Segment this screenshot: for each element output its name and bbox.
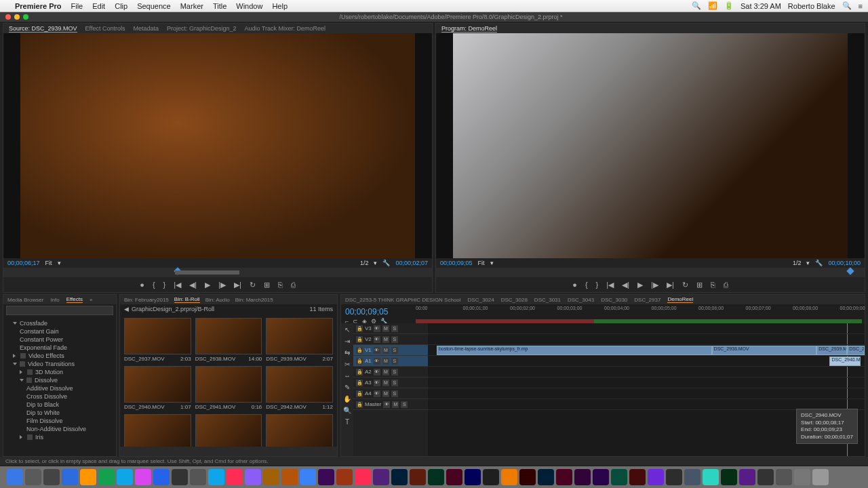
effect-item[interactable]: 3D Motion — [6, 368, 113, 376]
effect-item[interactable]: Dip to Black — [6, 401, 113, 409]
dock-app-15[interactable] — [281, 469, 298, 485]
dock-app-43[interactable] — [794, 469, 810, 485]
dock-app-16[interactable] — [300, 469, 316, 485]
dragging-clip[interactable]: DSC_2940.M — [829, 357, 860, 366]
transport-btn-10[interactable]: ⎘ — [711, 281, 715, 289]
settings-icon[interactable]: 🔧 — [382, 260, 390, 266]
user-name[interactable]: Roberto Blake — [788, 2, 835, 10]
dock-app-7[interactable] — [135, 469, 151, 485]
dock-app-10[interactable] — [190, 469, 206, 485]
program-viewport[interactable] — [436, 33, 865, 258]
razor-icon[interactable]: ✂ — [344, 361, 350, 368]
bin-clip[interactable]: DSC_2938.MOV14:00 — [195, 318, 262, 362]
effect-item[interactable]: Non-Additive Dissolve — [6, 425, 113, 433]
dock-app-44[interactable] — [812, 469, 829, 485]
menu-marker[interactable]: Marker — [180, 2, 203, 10]
dock-app-19[interactable] — [355, 469, 371, 485]
transport-btn-9[interactable]: ⊞ — [696, 281, 703, 289]
spotlight-icon[interactable]: 🔍 — [842, 1, 852, 10]
effect-item[interactable]: Exponential Fade — [6, 344, 113, 352]
menu-file[interactable]: File — [71, 2, 83, 10]
program-scrubber[interactable] — [436, 268, 865, 277]
transport-btn-2[interactable]: } — [163, 281, 166, 289]
effect-item[interactable]: Cross Dissolve — [6, 392, 113, 401]
bin-clip[interactable]: DSC_2942.MOV1:12 — [266, 366, 333, 410]
dock-app-39[interactable] — [721, 469, 737, 485]
program-timecode[interactable]: 00;00;09;05 — [440, 260, 473, 266]
effects-search-input[interactable] — [6, 306, 113, 315]
dock-app-27[interactable] — [501, 469, 517, 485]
source-scale[interactable]: 1/2 — [360, 260, 369, 266]
dock-app-8[interactable] — [153, 469, 170, 485]
app-name[interactable]: Premiere Pro — [15, 2, 61, 10]
dock-app-34[interactable] — [629, 469, 646, 485]
bin-tab[interactable]: Bin: Audio — [205, 297, 230, 303]
search-icon[interactable]: 🔍 — [692, 1, 701, 10]
dock-app-26[interactable] — [483, 469, 499, 485]
settings-icon[interactable]: 🔧 — [815, 260, 823, 266]
program-scale[interactable]: 1/2 — [793, 260, 802, 266]
dock-app-38[interactable] — [703, 469, 719, 485]
menu-icon[interactable]: ≡ — [859, 2, 863, 10]
sequence-tab[interactable]: DSC_3030 — [601, 297, 627, 303]
dock-app-37[interactable] — [684, 469, 701, 485]
tab-more[interactable]: » — [90, 297, 92, 303]
source-viewport[interactable] — [3, 33, 432, 258]
timeline-clip[interactable]: boston-time-lapse-sunrise-skylumps_fr.mp — [437, 346, 712, 355]
transport-btn-11[interactable]: ⎙ — [291, 281, 296, 289]
sequence-tab[interactable]: DSC_2937 — [634, 297, 660, 303]
dock-app-11[interactable] — [208, 469, 224, 485]
ripple-edit-icon[interactable]: ⇆ — [344, 349, 350, 357]
transport-btn-4[interactable]: ◀| — [189, 281, 197, 289]
dock-app-31[interactable] — [574, 469, 591, 485]
timeline-ruler[interactable]: 00:0000;00;01;0000;00;02;0000;00;03;0000… — [416, 304, 865, 323]
tab-source-clip[interactable]: Source: DSC_2939.MOV — [9, 25, 77, 33]
sequence-tab[interactable]: DSC_2253-5 THINK GRAPHIC DESIGN School — [345, 297, 461, 303]
wifi-icon[interactable]: 📶 — [708, 1, 717, 10]
minimize-icon[interactable] — [14, 14, 20, 20]
track-header[interactable]: 🔒V3👁MS — [353, 323, 428, 334]
effect-item[interactable]: Video Transitions — [6, 360, 113, 368]
dock-app-17[interactable] — [318, 469, 334, 485]
effect-item[interactable]: Dissolve — [6, 376, 113, 384]
transport-btn-7[interactable]: ▶| — [667, 281, 674, 289]
effect-item[interactable]: Crossfade — [6, 319, 113, 327]
track-header[interactable]: 🔒A1👁MS — [353, 356, 428, 367]
track-header[interactable]: 🔒A2👁MS — [353, 367, 428, 378]
dock-app-3[interactable] — [62, 469, 78, 485]
menu-help[interactable]: Help — [272, 2, 288, 10]
dock-app-1[interactable] — [25, 469, 41, 485]
zoom-icon[interactable]: 🔍 — [343, 407, 351, 414]
tab-media-browser[interactable]: Media Browser — [7, 297, 43, 303]
type-icon[interactable]: T — [345, 418, 349, 426]
effect-item[interactable]: Film Dissolve — [6, 417, 113, 425]
tab-effect-controls[interactable]: Effect Controls — [85, 25, 125, 32]
dock-app-30[interactable] — [556, 469, 572, 485]
dock-app-33[interactable] — [611, 469, 627, 485]
pen-icon[interactable]: ✎ — [344, 384, 350, 391]
transport-btn-0[interactable]: ● — [572, 281, 577, 289]
bin-clip[interactable] — [195, 414, 262, 447]
dock-app-41[interactable] — [757, 469, 774, 485]
transport-btn-5[interactable]: ▶ — [637, 281, 643, 289]
menu-window[interactable]: Window — [236, 2, 262, 10]
dock-app-28[interactable] — [519, 469, 536, 485]
tab-program[interactable]: Program: DemoReel — [441, 25, 497, 33]
source-scrubber[interactable] — [3, 268, 432, 277]
sequence-tab[interactable]: DSC_3043 — [568, 297, 594, 303]
timeline-clip[interactable]: DSC_2940.M — [847, 346, 865, 355]
tab-effects[interactable]: Effects — [66, 296, 83, 303]
dock-app-12[interactable] — [226, 469, 243, 485]
bin-clip[interactable]: DSC_2937.MOV2:03 — [124, 318, 191, 362]
dock-app-5[interactable] — [98, 469, 115, 485]
transport-btn-3[interactable]: |◀ — [606, 281, 614, 289]
bin-tab[interactable]: Bin: February2015 — [124, 297, 169, 303]
bin-clip[interactable]: DSC_2939.MOV2:07 — [266, 318, 333, 362]
dock-app-25[interactable] — [465, 469, 481, 485]
transport-btn-6[interactable]: |▶ — [651, 281, 658, 289]
sequence-tab[interactable]: DSC_3028 — [501, 297, 528, 303]
track-header[interactable]: 🔒Master👁MS — [353, 399, 428, 410]
effect-item[interactable]: Video Effects — [6, 352, 113, 360]
menu-title[interactable]: Title — [213, 2, 226, 10]
dock-app-2[interactable] — [43, 469, 60, 485]
